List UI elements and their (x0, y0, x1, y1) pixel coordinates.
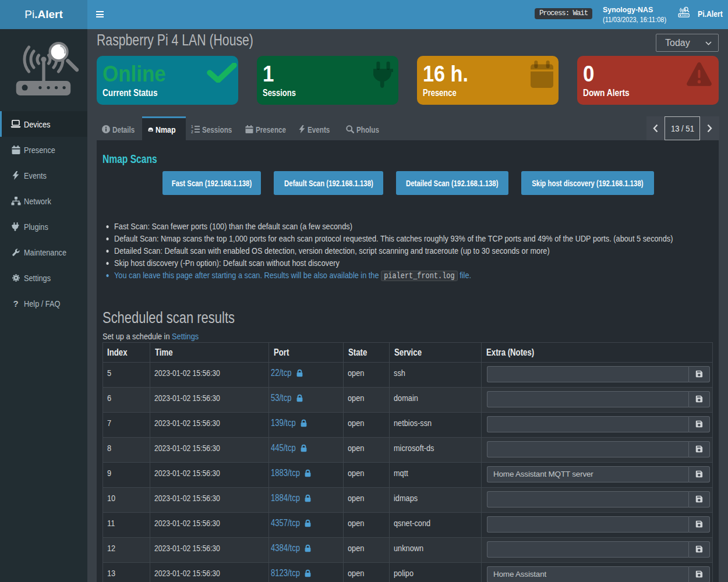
svg-text:2: 2 (191, 130, 193, 134)
svg-text:1: 1 (191, 125, 193, 129)
